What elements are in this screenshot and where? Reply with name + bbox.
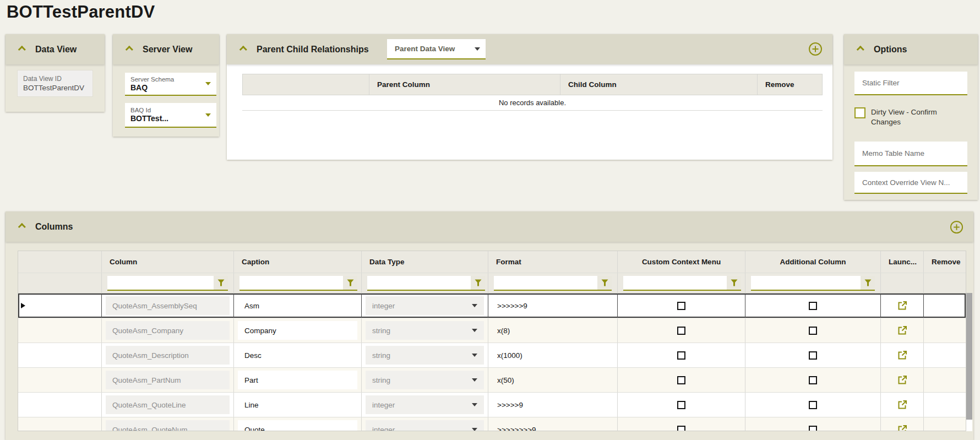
additional-column-checkbox[interactable] [809,376,817,384]
filter-funnel-icon[interactable] [214,276,228,290]
data-view-id-label: Data View ID [23,75,92,83]
cell-additional-column [745,417,881,431]
row-selector-cell[interactable] [18,417,102,431]
collapse-chevron-up-icon[interactable] [18,222,26,230]
cell-caption-text: Company [244,327,276,335]
additional-column-checkbox[interactable] [809,426,817,432]
cell-format[interactable]: x(1000) [488,343,618,367]
cell-data-type-dropdown[interactable]: string [362,318,488,343]
context-override-placeholder: Context Override View N... [862,178,950,187]
custom-context-menu-checkbox[interactable] [677,302,685,310]
custom-context-menu-checkbox[interactable] [677,351,685,360]
launch-button[interactable] [897,374,908,385]
additional-column-checkbox[interactable] [809,351,817,360]
collapse-chevron-up-icon[interactable] [857,45,864,53]
custom-context-menu-checkbox[interactable] [677,401,685,409]
filter-funnel-icon[interactable] [597,276,612,290]
filter-cell-additional-column [745,273,881,293]
custom-context-menu-filter-input[interactable] [623,276,727,290]
additional-column-checkbox[interactable] [809,327,817,335]
context-override-view-input[interactable]: Context Override View N... [854,172,967,194]
cell-data-type-dropdown[interactable]: integer [362,417,488,431]
parent-child-table-header-row: Parent Column Child Column Remove [242,74,823,95]
memo-table-name-input[interactable]: Memo Table Name [854,142,967,166]
chevron-down-icon [472,378,477,382]
header-cell-remove[interactable]: Remove [758,74,823,95]
row-selector-cell[interactable] [18,393,102,417]
header-cell-selector [18,251,102,273]
additional-column-checkbox[interactable] [809,401,817,409]
parent-data-view-value: Parent Data View [395,45,455,53]
launch-button[interactable] [897,300,908,311]
collapse-chevron-up-icon[interactable] [126,45,133,53]
cell-format[interactable]: x(50) [488,368,618,392]
filter-funnel-icon[interactable] [343,276,357,290]
cell-data-type-dropdown[interactable]: integer [362,393,488,417]
filter-funnel-icon[interactable] [727,276,741,290]
table-row: QuoteAsm_QuoteLine Line integer >>>>>9 [18,393,966,417]
options-panel-title: Options [874,45,907,55]
header-cell-data-type[interactable]: Data Type [362,251,488,273]
header-cell-custom-context-menu[interactable]: Custom Context Menu [618,251,745,273]
cell-format[interactable]: >>>>>9 [488,393,618,417]
cell-format[interactable]: >>>>>>>>9 [488,417,618,431]
chevron-down-icon [472,428,477,431]
grid-scrollbar-thumb[interactable] [966,293,972,420]
dirty-view-checkbox[interactable] [854,107,865,118]
columns-grid-body: QuoteAsm_AssemblySeq Asm integer >>>>>>9 [18,294,966,431]
launch-button[interactable] [897,424,908,431]
cell-caption[interactable]: Asm [234,294,362,318]
format-filter-input[interactable] [494,276,597,290]
cell-caption[interactable]: Part [234,368,362,392]
cell-format[interactable]: >>>>>>9 [488,294,618,318]
cell-caption[interactable]: Line [234,393,362,417]
filter-funnel-icon[interactable] [861,276,875,290]
baq-id-dropdown[interactable]: BAQ Id BOTTest... [125,103,216,128]
header-cell-additional-column[interactable]: Additional Column [745,251,881,273]
cell-data-type-dropdown[interactable]: string [362,368,488,392]
cell-caption[interactable]: Desc [234,343,362,367]
cell-remove [924,343,966,367]
launch-button[interactable] [897,350,908,361]
launch-button[interactable] [897,399,908,410]
custom-context-menu-checkbox[interactable] [677,376,685,384]
cell-format[interactable]: x(8) [488,318,618,343]
row-selector-cell[interactable] [18,294,102,318]
row-selector-cell[interactable] [18,368,102,392]
additional-column-checkbox[interactable] [809,302,817,310]
launch-external-link-icon [897,399,908,410]
column-filter-input[interactable] [107,276,214,290]
custom-context-menu-checkbox[interactable] [677,426,685,432]
header-cell-child-column[interactable]: Child Column [560,74,758,95]
row-selector-cell[interactable] [18,318,102,343]
add-relationship-button[interactable] [808,42,823,56]
static-filter-input[interactable]: Static Filter [854,72,967,95]
cell-format-text: x(8) [488,327,510,335]
header-cell-column[interactable]: Column [102,251,234,273]
caption-filter-input[interactable] [239,276,343,290]
cell-data-type-dropdown[interactable]: integer [362,294,488,318]
launch-external-link-icon [897,300,908,311]
data-type-filter-input[interactable] [367,276,471,290]
server-schema-dropdown[interactable]: Server Schema BAQ [125,73,216,96]
header-cell-remove[interactable]: Remove [924,251,966,273]
cell-caption[interactable]: Quote [234,417,362,431]
row-selector-cell[interactable] [18,343,102,367]
table-row: QuoteAsm_Description Desc string x(1000) [18,343,966,368]
add-column-button[interactable] [950,220,963,234]
collapse-chevron-up-icon[interactable] [239,45,247,53]
additional-column-filter-input[interactable] [751,276,861,290]
launch-button[interactable] [897,325,908,336]
cell-custom-context-menu [618,393,745,417]
collapse-chevron-up-icon[interactable] [18,45,26,53]
filter-funnel-icon[interactable] [471,276,485,290]
header-cell-format[interactable]: Format [488,251,618,273]
custom-context-menu-checkbox[interactable] [677,327,685,335]
grid-scrollbar[interactable] [966,293,972,431]
header-cell-parent-column[interactable]: Parent Column [369,74,560,95]
cell-caption[interactable]: Company [234,318,362,343]
parent-data-view-dropdown[interactable]: Parent Data View [387,39,486,59]
header-cell-launch[interactable]: Launc... [881,251,924,273]
cell-data-type-dropdown[interactable]: string [362,343,488,367]
header-cell-caption[interactable]: Caption [234,251,362,273]
